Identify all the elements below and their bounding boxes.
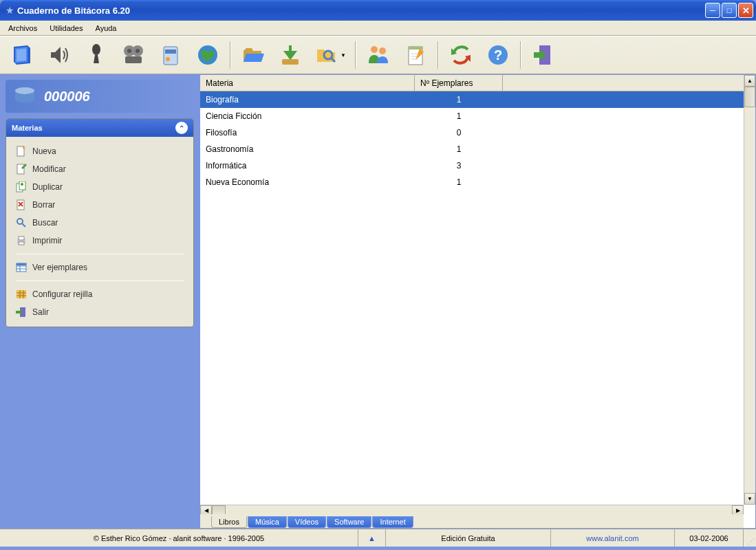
materias-panel: Materias ⌃ Nueva Modificar Duplicar (6, 118, 194, 327)
sidebar: 000006 Materias ⌃ Nueva Modificar Duplic… (0, 74, 199, 529)
divider (16, 280, 184, 281)
status-arrow[interactable]: ▲ (358, 529, 386, 547)
table-row[interactable]: Biografía1 (200, 91, 755, 108)
notepad-button[interactable] (399, 41, 432, 69)
table-row[interactable]: Informática3 (200, 157, 755, 174)
scroll-up-button[interactable]: ▲ (744, 75, 755, 87)
speaker-button[interactable] (43, 41, 76, 69)
sidebar-item-configurar[interactable]: Configurar rejilla (9, 285, 191, 303)
edit-icon (16, 164, 27, 175)
cell-count: 1 (415, 144, 503, 154)
sidebar-item-borrar[interactable]: Borrar (9, 196, 191, 214)
speaker-icon (47, 43, 72, 67)
table-row[interactable]: Gastronomía1 (200, 141, 755, 157)
cell-count: 1 (415, 95, 503, 104)
titlebar: ★ Cuaderno de Bitácora 6.20 ─ □ ✕ (0, 0, 756, 21)
cell-materia: Informática (200, 161, 415, 170)
grid-header: Materia Nº Ejemplares (200, 75, 755, 91)
software-button[interactable] (154, 41, 187, 69)
resize-grip[interactable]: ⋰ (744, 529, 756, 547)
exit-icon (16, 307, 27, 318)
window-title: Cuaderno de Bitácora 6.20 (17, 6, 705, 16)
help-icon: ? (486, 43, 510, 67)
sidebar-item-buscar[interactable]: Buscar (9, 214, 191, 232)
globe-icon (195, 43, 220, 67)
door-exit-icon (531, 43, 556, 67)
globe-button[interactable] (191, 41, 224, 69)
table-row[interactable]: Ciencia Ficción1 (200, 108, 755, 124)
svg-rect-10 (282, 59, 299, 65)
sidebar-item-salir[interactable]: Salir (9, 303, 191, 321)
folder-open-icon (241, 43, 266, 67)
svg-point-25 (17, 219, 23, 224)
sidebar-item-nueva[interactable]: Nueva (9, 142, 191, 160)
menu-utilidades[interactable]: Utilidades (44, 23, 88, 34)
column-ejemplares[interactable]: Nº Ejemplares (415, 75, 503, 91)
help-button[interactable]: ? (482, 41, 515, 69)
scroll-down-button[interactable]: ▼ (744, 493, 755, 505)
cell-materia: Ciencia Ficción (200, 111, 415, 121)
film-icon (121, 43, 146, 67)
book-button[interactable] (6, 41, 39, 69)
tab-internet[interactable]: Internet (372, 516, 413, 528)
svg-point-3 (127, 49, 131, 53)
notepad-icon (403, 43, 428, 67)
dropdown-arrow-icon: ▼ (341, 52, 346, 58)
folder-button[interactable] (237, 41, 270, 69)
status-url-link[interactable]: www.alanit.com (586, 534, 638, 542)
vertical-scrollbar[interactable]: ▲ ▼ (744, 75, 755, 505)
refresh-button[interactable] (444, 41, 477, 69)
minimize-button[interactable]: ─ (705, 3, 720, 18)
menu-archivos[interactable]: Archivos (3, 23, 43, 34)
search-folder-icon (314, 43, 339, 67)
svg-rect-30 (17, 263, 26, 265)
download-icon (278, 43, 303, 67)
table-row[interactable]: Nueva Economía1 (200, 174, 755, 190)
users-button[interactable] (362, 41, 395, 69)
maximize-button[interactable]: □ (722, 3, 737, 18)
menu-ayuda[interactable]: Ayuda (90, 23, 122, 34)
tab-música[interactable]: Música (248, 516, 287, 528)
separator (355, 41, 356, 69)
app-icon: ★ (6, 5, 14, 16)
download-button[interactable] (274, 41, 307, 69)
print-icon (16, 235, 27, 246)
stack-icon (12, 84, 37, 109)
content-area: Materia Nº Ejemplares Biografía1Ciencia … (199, 74, 756, 529)
search-icon (16, 217, 27, 228)
svg-rect-28 (19, 242, 24, 245)
scroll-thumb[interactable] (744, 87, 755, 107)
tab-vídeos[interactable]: Vídeos (288, 516, 326, 528)
bottom-tabs: LibrosMúsicaVídeosSoftwareInternet (200, 514, 744, 528)
cell-count: 1 (415, 111, 503, 121)
sidebar-item-ver-ejemplares[interactable]: Ver ejemplares (9, 258, 191, 276)
svg-rect-6 (164, 47, 177, 65)
tab-software[interactable]: Software (327, 516, 371, 528)
tab-libros[interactable]: Libros (211, 516, 247, 528)
film-button[interactable] (117, 41, 150, 69)
sidebar-item-imprimir[interactable]: Imprimir (9, 232, 191, 250)
status-date: 03-02-2006 (675, 529, 744, 547)
divider (16, 254, 184, 254)
new-icon (16, 146, 27, 157)
table-row[interactable]: Filosofía0 (200, 124, 755, 141)
exit-button[interactable] (527, 41, 560, 69)
grid-icon (16, 262, 27, 273)
sidebar-item-modificar[interactable]: Modificar (9, 160, 191, 178)
panel-header: Materias ⌃ (6, 119, 193, 137)
svg-point-8 (166, 57, 170, 61)
sidebar-item-duplicar[interactable]: Duplicar (9, 178, 191, 196)
svg-rect-27 (19, 236, 24, 240)
svg-point-13 (379, 47, 386, 54)
microphone-button[interactable] (80, 41, 113, 69)
users-icon (366, 43, 391, 67)
book-icon (10, 43, 34, 67)
svg-point-0 (92, 44, 100, 55)
collapse-button[interactable]: ⌃ (175, 122, 188, 134)
status-copyright: © Esther Rico Gómez · alanit software · … (0, 529, 358, 547)
panel-title: Materias (12, 124, 43, 132)
search-folder-button[interactable]: ▼ (311, 41, 349, 69)
close-button[interactable]: ✕ (738, 3, 753, 18)
column-materia[interactable]: Materia (200, 75, 415, 91)
svg-point-12 (371, 46, 378, 53)
